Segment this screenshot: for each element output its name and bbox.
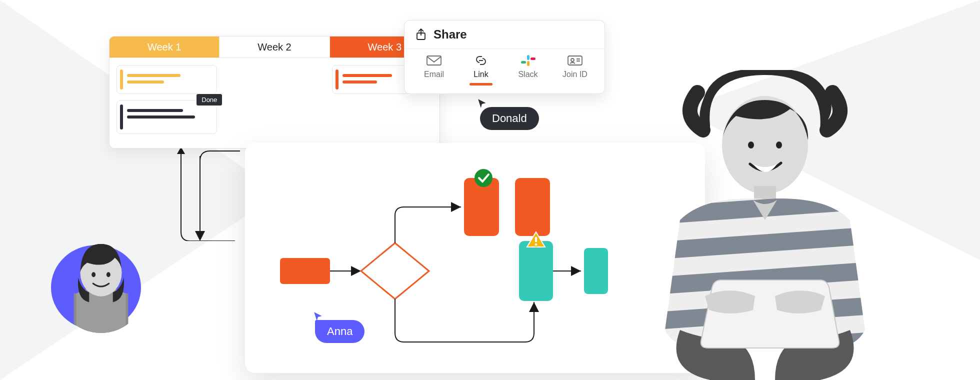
flow-node-orange-b[interactable]: [515, 178, 550, 236]
person-donald: [605, 70, 925, 380]
flow-node-start[interactable]: [280, 258, 330, 284]
link-icon: [473, 54, 489, 67]
svg-point-18: [776, 142, 782, 148]
email-icon: [426, 54, 442, 67]
share-title: Share: [434, 28, 467, 42]
svg-rect-9: [535, 237, 537, 242]
column-week-1: Done: [116, 65, 217, 141]
svg-rect-3: [521, 61, 526, 64]
join-id-icon: [567, 54, 583, 67]
task-card[interactable]: Done: [116, 100, 217, 134]
share-join-id[interactable]: Join ID: [558, 54, 592, 86]
connector-arrow: [170, 141, 240, 241]
svg-rect-10: [535, 244, 537, 246]
svg-rect-1: [427, 56, 441, 65]
slack-icon: [520, 54, 536, 67]
svg-rect-5: [530, 58, 536, 60]
share-link[interactable]: Link: [464, 54, 498, 86]
cursor-icon: [313, 311, 324, 322]
svg-rect-4: [527, 61, 530, 66]
share-item-label: Email: [424, 70, 444, 79]
share-slack[interactable]: Slack: [510, 54, 546, 86]
week-tabs: Week 1 Week 2 Week 3: [110, 36, 440, 58]
tab-week-1[interactable]: Week 1: [110, 36, 220, 58]
flow-node-teal-b[interactable]: [584, 248, 608, 294]
weeks-board: Week 1 Week 2 Week 3 Done: [109, 36, 440, 148]
svg-rect-2: [527, 55, 530, 60]
cursor-donald: Donald: [480, 107, 539, 130]
task-card[interactable]: [116, 65, 217, 94]
share-icon: [416, 28, 426, 41]
flow-node-decision[interactable]: [361, 243, 429, 299]
column-week-2: [224, 65, 324, 141]
cursor-anna: Anna: [315, 320, 364, 343]
share-panel: Share Email Link: [404, 20, 605, 94]
done-badge: Done: [196, 94, 222, 106]
share-item-label: Link: [474, 70, 488, 79]
tab-week-2[interactable]: Week 2: [220, 36, 330, 58]
avatar-anna: [51, 236, 146, 331]
cursor-icon: [477, 98, 488, 109]
laptop: [701, 280, 839, 348]
svg-point-14: [92, 272, 96, 277]
flow-node-teal-a[interactable]: [519, 241, 553, 301]
share-email[interactable]: Email: [416, 54, 452, 86]
svg-point-8: [474, 169, 492, 187]
share-item-label: Slack: [518, 70, 538, 79]
svg-point-17: [748, 142, 754, 148]
svg-rect-6: [568, 56, 582, 65]
share-item-label: Join ID: [562, 70, 588, 79]
svg-point-7: [571, 58, 574, 62]
svg-point-15: [106, 272, 110, 277]
